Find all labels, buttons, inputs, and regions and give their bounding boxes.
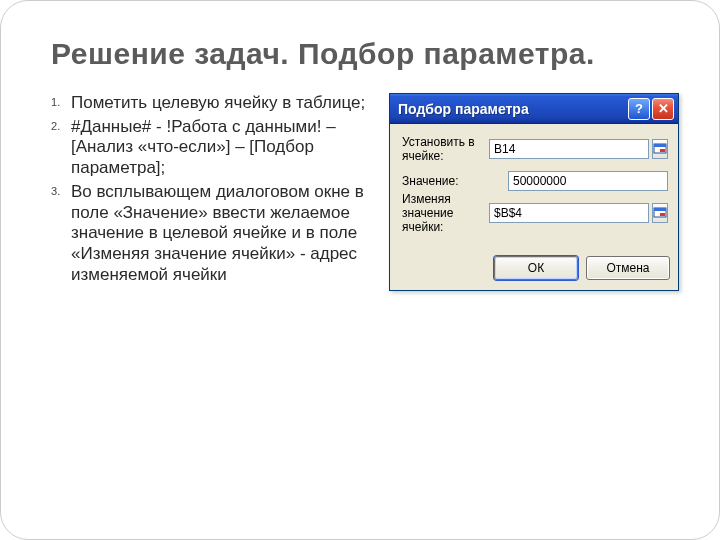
cancel-button[interactable]: Отмена (586, 256, 670, 280)
svg-rect-1 (654, 144, 666, 147)
svg-rect-2 (660, 149, 665, 152)
range-select-icon (653, 143, 667, 155)
ok-button[interactable]: ОК (494, 256, 578, 280)
dialog-button-row: ОК Отмена (390, 246, 678, 290)
content-row: Пометить целевую ячейку в таблице; #Данн… (51, 93, 679, 291)
dialog-titlebar[interactable]: Подбор параметра ? ✕ (390, 94, 678, 124)
value-row: Значение: (402, 170, 668, 192)
set-cell-input[interactable] (489, 139, 649, 159)
dialog-body: Установить в ячейке: Значение: (390, 124, 678, 246)
list-item: Во всплывающем диалоговом окне в поле «З… (51, 182, 371, 286)
help-icon: ? (635, 101, 643, 116)
help-button[interactable]: ? (628, 98, 650, 120)
list-item: #Данные# - !Работа с данными! – [Анализ … (51, 117, 371, 179)
set-cell-label: Установить в ячейке: (402, 135, 489, 163)
page-title: Решение задач. Подбор параметра. (51, 37, 679, 71)
collapse-dialog-button[interactable] (652, 139, 668, 159)
close-button[interactable]: ✕ (652, 98, 674, 120)
collapse-dialog-button-2[interactable] (652, 203, 668, 223)
svg-rect-5 (660, 213, 665, 216)
change-cell-row: Изменяя значение ячейки: (402, 202, 668, 224)
change-cell-input[interactable] (489, 203, 649, 223)
close-icon: ✕ (658, 101, 669, 116)
slide: Решение задач. Подбор параметра. Пометит… (0, 0, 720, 540)
value-label: Значение: (402, 174, 508, 188)
list-item: Пометить целевую ячейку в таблице; (51, 93, 371, 114)
change-cell-label: Изменяя значение ячейки: (402, 192, 489, 234)
goal-seek-dialog: Подбор параметра ? ✕ Установить в ячейке… (389, 93, 679, 291)
svg-rect-4 (654, 208, 666, 211)
dialog-title: Подбор параметра (398, 101, 626, 117)
range-select-icon (653, 207, 667, 219)
steps-list: Пометить целевую ячейку в таблице; #Данн… (51, 93, 371, 291)
set-cell-row: Установить в ячейке: (402, 138, 668, 160)
value-input[interactable] (508, 171, 668, 191)
